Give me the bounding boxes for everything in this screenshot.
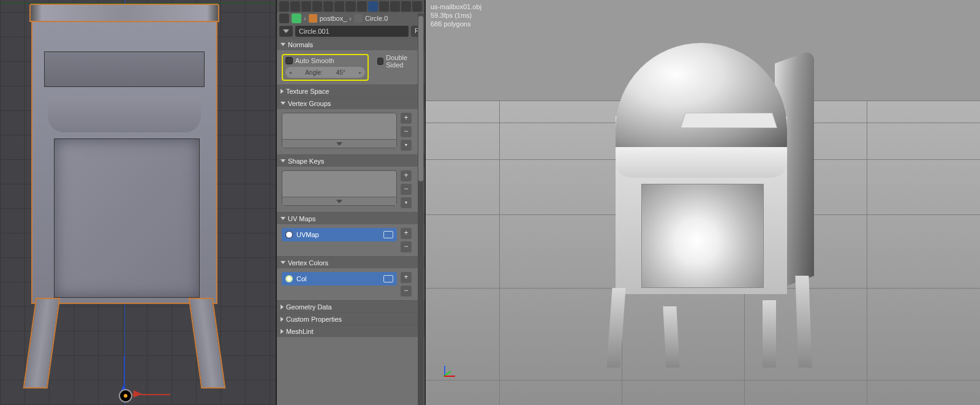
bc-object[interactable]: Circle.0	[365, 15, 388, 22]
ctx-material-icon[interactable]	[379, 1, 389, 12]
ctx-modifiers-icon[interactable]	[357, 1, 367, 12]
checkbox-icon	[377, 58, 383, 65]
uv-icon	[285, 231, 293, 238]
section-geometry-data-title: Geometry Data	[286, 303, 332, 311]
section-vertex-colors-header[interactable]: Vertex Colors	[277, 257, 424, 268]
disclosure-closed-icon	[281, 329, 284, 334]
disclosure-open-icon	[281, 217, 285, 220]
blender-3dview-left[interactable]	[0, 0, 276, 405]
axis-gizmo	[444, 361, 460, 377]
mesh-door	[54, 138, 200, 298]
checkbox-icon	[285, 57, 293, 64]
bc-scene[interactable]: postbox_	[320, 15, 347, 22]
angle-inc-icon: ▸	[359, 70, 361, 75]
vertex-groups-list[interactable]	[282, 113, 397, 148]
section-texture-space: Texture Space	[277, 85, 424, 97]
ctx-layers-icon[interactable]	[301, 1, 311, 12]
vg-add-button[interactable]: +	[401, 113, 412, 124]
ctx-object-icon[interactable]	[334, 1, 344, 12]
disclosure-open-icon	[281, 43, 285, 46]
bc-sep1: ›	[304, 15, 306, 22]
viewer-info: us-mailbox01.obj 59.3fps (1ms) 686 polyg…	[431, 2, 481, 28]
section-normals-title: Normals	[288, 41, 313, 48]
section-geometry-data-header[interactable]: Geometry Data	[277, 301, 424, 312]
section-texture-space-title: Texture Space	[286, 88, 329, 95]
shape-keys-list[interactable]	[282, 170, 397, 206]
ctx-physics-icon[interactable]	[412, 1, 422, 12]
vg-remove-button[interactable]: −	[401, 126, 412, 137]
sk-add-button[interactable]: +	[401, 170, 412, 181]
list-specials-icon[interactable]	[282, 197, 396, 205]
section-vertex-groups-header[interactable]: Vertex Groups	[277, 97, 424, 109]
model-leg	[795, 276, 812, 368]
angle-value: 45°	[336, 69, 345, 76]
vc-remove-button[interactable]: −	[401, 286, 412, 297]
auto-smooth-checkbox[interactable]: Auto Smooth	[285, 57, 365, 64]
sk-remove-button[interactable]: −	[401, 184, 412, 195]
auto-smooth-highlight: Auto Smooth ◂ Angle: 45° ▸	[282, 54, 369, 81]
model-leg	[606, 288, 625, 368]
list-specials-icon[interactable]	[282, 139, 396, 148]
manip-origin[interactable]	[119, 389, 132, 403]
object-icon	[309, 14, 317, 23]
mesh-icon	[354, 14, 363, 23]
section-texture-space-header[interactable]: Texture Space	[277, 85, 424, 97]
active-render-icon[interactable]	[383, 231, 393, 238]
active-render-icon[interactable]	[383, 275, 393, 282]
grid-line	[867, 100, 867, 405]
section-shape-keys-header[interactable]: Shape Keys	[277, 155, 424, 167]
editor-type-icon[interactable]	[279, 1, 289, 12]
disclosure-open-icon	[281, 102, 285, 105]
ctx-data-icon[interactable]	[368, 1, 378, 12]
sk-menu-button[interactable]: ▾	[401, 197, 412, 208]
model-slot	[680, 113, 777, 128]
mesh-slot	[44, 51, 205, 87]
ctx-render-icon[interactable]	[290, 1, 300, 12]
properties-panel: › postbox_ › Circle.0 F Normals Auto Smo…	[276, 0, 426, 405]
section-geometry-data: Geometry Data	[277, 300, 424, 312]
mailbox-front-mesh[interactable]	[29, 4, 219, 388]
datablock-browse-icon[interactable]	[279, 26, 293, 37]
model-bulge	[616, 147, 787, 178]
uv-add-button[interactable]: +	[401, 228, 412, 239]
mesh-top	[29, 4, 219, 22]
manip-x-arrow[interactable]	[134, 390, 142, 398]
section-vertex-groups: Vertex Groups + − ▾	[277, 97, 424, 154]
datablock-name-input[interactable]	[295, 26, 409, 37]
props-scrollbar[interactable]	[418, 13, 424, 405]
pin-icon[interactable]	[279, 13, 289, 23]
ctx-texture-icon[interactable]	[390, 1, 400, 12]
uv-remove-button[interactable]: −	[401, 241, 412, 252]
ctx-scene-icon[interactable]	[312, 1, 322, 12]
uv-map-item[interactable]: UVMap	[282, 228, 397, 241]
rna-icon[interactable]	[292, 13, 301, 23]
double-sided-checkbox[interactable]: Double Sided	[377, 54, 420, 69]
vcol-icon	[285, 275, 293, 282]
section-meshlint-header[interactable]: MeshLint	[277, 325, 424, 337]
viewer-polys: 686 polygons	[431, 20, 481, 28]
external-viewer[interactable]: us-mailbox01.obj 59.3fps (1ms) 686 polyg…	[426, 0, 980, 405]
mailbox-3d-model[interactable]	[603, 43, 818, 368]
ctx-particles-icon[interactable]	[401, 1, 411, 12]
section-custom-properties: Custom Properties	[277, 312, 424, 325]
model-leg	[663, 306, 679, 368]
ctx-constraints-icon[interactable]	[345, 1, 355, 12]
section-uv-maps-header[interactable]: UV Maps	[277, 213, 424, 224]
vg-menu-button[interactable]: ▾	[401, 140, 412, 151]
ctx-world-icon[interactable]	[323, 1, 333, 12]
vcol-item[interactable]: Col	[282, 272, 397, 286]
section-vertex-colors-title: Vertex Colors	[288, 259, 328, 267]
vc-add-button[interactable]: +	[401, 272, 412, 283]
vcol-name: Col	[296, 275, 307, 282]
breadcrumb: › postbox_ › Circle.0	[277, 12, 424, 25]
section-custom-properties-title: Custom Properties	[286, 316, 342, 323]
angle-label: Angle:	[305, 69, 322, 76]
auto-smooth-angle-field[interactable]: ◂ Angle: 45° ▸	[285, 67, 365, 78]
uv-map-name: UVMap	[296, 231, 319, 238]
section-normals-header[interactable]: Normals	[277, 39, 424, 50]
section-meshlint-title: MeshLint	[286, 328, 314, 335]
section-custom-properties-header[interactable]: Custom Properties	[277, 313, 424, 325]
scrollbar-thumb[interactable]	[418, 16, 423, 181]
viewer-fps: 59.3fps (1ms)	[431, 11, 481, 20]
section-meshlint: MeshLint	[277, 325, 424, 337]
